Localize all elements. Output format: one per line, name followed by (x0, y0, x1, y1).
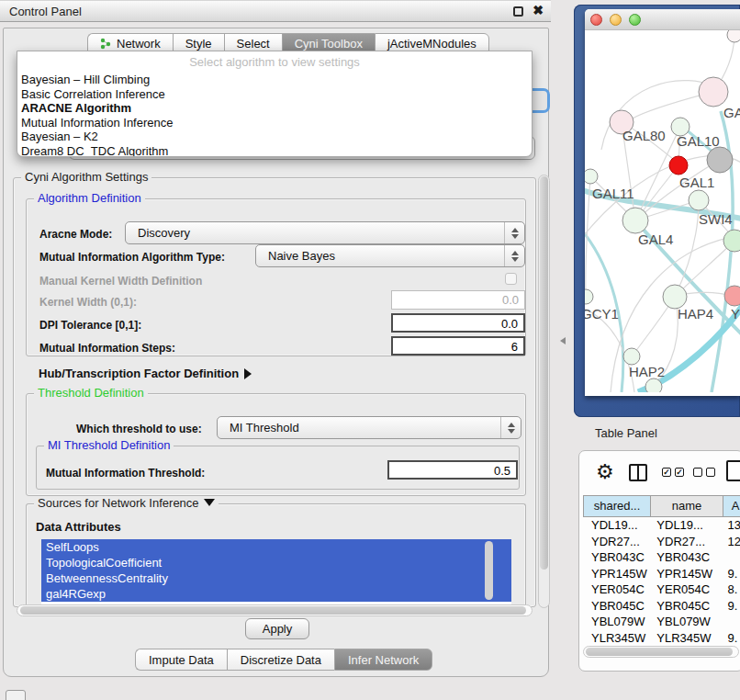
tab-discretize-data[interactable]: Discretize Data (227, 649, 334, 671)
dropdown-item-list: Bayesian – Hill ClimbingBasic Correlatio… (21, 73, 528, 157)
attribute-list-item[interactable]: BetweennessCentrality (41, 570, 511, 586)
network-edge[interactable] (675, 201, 699, 297)
table-row[interactable]: YBR045CYBR045C9. (583, 598, 740, 615)
network-node-gal4[interactable] (622, 208, 648, 233)
checked-box-icon[interactable]: ✓ (675, 468, 684, 477)
table-row[interactable]: YDL19...YDL19...13 (583, 517, 740, 534)
stepper-icon (504, 222, 524, 243)
which-threshold-select[interactable]: MI Threshold (217, 416, 521, 439)
gear-icon[interactable]: ⚙ (596, 461, 614, 483)
table-cell: YER054C (648, 581, 719, 598)
dpi-tolerance-field[interactable]: 0.0 (391, 313, 525, 333)
node-label: GAL11 (592, 186, 634, 201)
network-node-swi4[interactable] (689, 190, 709, 210)
table-toolbar: ⚙ ✓ ✓ (579, 458, 740, 491)
unchecked-box-icon[interactable] (693, 468, 702, 477)
column-header[interactable]: A (723, 495, 740, 517)
bottom-tabbar: Impute Data Discretize Data Infer Networ… (135, 649, 432, 671)
table-row[interactable]: YBR043CYBR043C (583, 549, 740, 566)
dropdown-item[interactable]: ARACNE Algorithm (21, 101, 528, 116)
dpi-tolerance-label: DPI Tolerance [0,1]: (39, 319, 141, 332)
node-label: GAL10 (677, 133, 720, 149)
tab-infer-network[interactable]: Infer Network (334, 649, 432, 671)
network-node-y[interactable] (724, 286, 740, 306)
tab-impute-data[interactable]: Impute Data (135, 649, 227, 671)
network-node-gcy1[interactable] (585, 289, 593, 304)
dropdown-item[interactable]: Basic Correlation Inference (21, 87, 528, 102)
document-icon[interactable] (726, 460, 740, 481)
splitter-collapse-icon[interactable] (560, 337, 566, 344)
algorithm-dropdown-popup: Select algorithm to view settings Bayesi… (17, 51, 533, 157)
close-icon[interactable] (590, 14, 602, 26)
attribute-list-item[interactable]: SelfLoops (41, 539, 511, 555)
table-cell: YBR043C (583, 549, 648, 566)
table-cell: YDL19... (583, 517, 648, 534)
dropdown-prompt: Select algorithm to view settings (17, 55, 532, 69)
screen: Control Panel ✖ Network Style Select Cyn… (0, 0, 740, 700)
table-cell: 13 (720, 517, 740, 534)
network-node[interactable] (645, 378, 662, 392)
network-node-gal1[interactable] (669, 156, 688, 175)
settings-horizontal-scrollbar[interactable] (17, 604, 533, 616)
data-attributes-list[interactable]: SelfLoopsTopologicalCoefficientBetweenne… (41, 539, 511, 605)
mi-type-select[interactable]: Naive Bayes (255, 244, 525, 267)
network-canvas[interactable]: GALGAL80GAL10GAL1SWI4GAL11GAL4GCY1HAP4YH… (585, 30, 740, 392)
network-node-hap2[interactable] (623, 348, 640, 365)
float-window-icon[interactable] (513, 6, 523, 17)
stepper-icon (504, 245, 524, 266)
dropdown-item[interactable]: Bayesian – K2 (21, 130, 528, 144)
sources-group: Sources for Network Inference Data Attri… (26, 503, 526, 606)
unchecked-box-icon[interactable] (706, 468, 715, 477)
network-node-gal[interactable] (699, 77, 728, 107)
table-cell: YBR043C (648, 549, 719, 566)
attribute-list-item[interactable]: TopologicalCoefficient (41, 555, 511, 570)
dropdown-item[interactable]: Mutual Information Inference (21, 116, 528, 130)
node-label: HAP2 (629, 364, 665, 379)
table-cell: YLR345W (648, 630, 719, 647)
stepper-icon (500, 417, 521, 438)
dropdown-item[interactable]: Bayesian – Hill Climbing (21, 73, 528, 87)
table-row[interactable]: YPR145WYPR145W9. (583, 566, 740, 582)
which-threshold-label: Which threshold to use: (76, 423, 202, 435)
dropdown-item[interactable]: Dream8 DC_TDC Algorithm (21, 144, 528, 158)
kernel-width-field[interactable]: 0.0 (391, 290, 525, 310)
manual-kernel-checkbox[interactable] (505, 273, 517, 285)
threshold-definition-group: Threshold Definition Which threshold to … (26, 393, 526, 496)
close-icon[interactable]: ✖ (533, 3, 544, 17)
table-cell: YPR145W (648, 566, 719, 582)
aracne-mode-select[interactable]: Discovery (125, 221, 525, 244)
attributes-scrollbar[interactable] (485, 541, 493, 600)
network-graph: GALGAL80GAL10GAL1SWI4GAL11GAL4GCY1HAP4YH… (585, 30, 740, 392)
aracne-mode-label: Aracne Mode: (39, 228, 112, 241)
network-node[interactable] (707, 147, 733, 173)
node-label: SWI4 (699, 211, 733, 227)
mi-threshold-field[interactable]: 0.5 (387, 460, 518, 480)
group-title[interactable]: Sources for Network Inference (34, 496, 219, 510)
table-cell: YDL19... (648, 517, 719, 534)
mi-type-label: Mutual Information Algorithm Type: (39, 251, 225, 264)
zoom-icon[interactable] (629, 14, 641, 26)
column-header[interactable]: name (650, 495, 723, 517)
table-row[interactable]: YBL079WYBL079W (583, 614, 740, 630)
table-cell: 9. (720, 630, 740, 647)
corner-button[interactable] (6, 690, 26, 700)
table-panel-title: Table Panel (595, 426, 657, 440)
split-columns-icon[interactable] (629, 464, 647, 481)
group-title: Cyni Algorithm Settings (21, 170, 151, 184)
minimize-icon[interactable] (610, 14, 622, 26)
table-row[interactable]: YER054CYER054C8. (583, 581, 740, 598)
node-label: GAL4 (638, 231, 673, 247)
table-horizontal-scrollbar[interactable] (583, 646, 739, 658)
mi-steps-field[interactable]: 6 (391, 336, 525, 356)
network-node[interactable] (727, 30, 740, 42)
network-node-gal11[interactable] (585, 169, 598, 184)
checked-box-icon[interactable]: ✓ (662, 468, 671, 477)
table-row[interactable]: YLR345WYLR345W9. (583, 630, 740, 647)
collapse-down-icon (204, 499, 215, 506)
attribute-list-item[interactable]: gal4RGexp (41, 586, 511, 602)
hub-factor-section-toggle[interactable]: Hub/Transcription Factor Definition (39, 367, 252, 380)
settings-vertical-scrollbar[interactable] (538, 175, 550, 608)
apply-button[interactable]: Apply (245, 618, 309, 639)
column-header[interactable]: shared... (583, 495, 650, 517)
table-row[interactable]: YDR27...YDR27...12 (583, 534, 740, 550)
